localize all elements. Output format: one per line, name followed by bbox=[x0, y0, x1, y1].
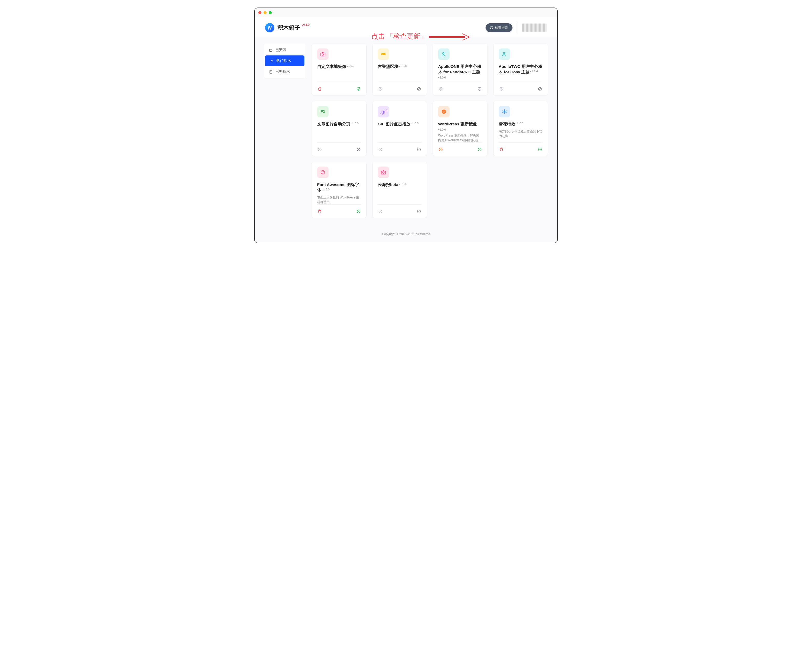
svg-text:2: 2 bbox=[505, 52, 506, 54]
card-status-right-icon[interactable] bbox=[356, 209, 361, 214]
card-status-right-icon[interactable] bbox=[356, 86, 361, 92]
plugin-card[interactable]: 自定义本地头像v1.0.2 bbox=[312, 44, 366, 95]
svg-text:1: 1 bbox=[445, 52, 446, 54]
sidebar: 已安装 热门积木 已购积木 bbox=[264, 44, 305, 78]
plugin-card[interactable]: 古登堡区块v1.0.8 bbox=[372, 44, 427, 95]
app-version: v0.5.0 bbox=[302, 23, 310, 26]
snowflake-icon bbox=[499, 106, 510, 117]
window-close-icon[interactable] bbox=[258, 11, 262, 14]
sidebar-item-label: 已安装 bbox=[276, 48, 286, 52]
svg-rect-31 bbox=[381, 171, 385, 174]
plugin-card[interactable]: 2 ApolloTWO 用户中心积木 for Cosy 主题v1.1.4 bbox=[493, 44, 548, 95]
svg-point-26 bbox=[538, 148, 541, 151]
card-status-left-icon[interactable] bbox=[499, 147, 504, 152]
card-footer bbox=[317, 204, 361, 214]
card-footer bbox=[438, 82, 482, 92]
card-status-right-icon[interactable] bbox=[416, 209, 422, 214]
header-divider bbox=[517, 22, 517, 33]
receipt-icon bbox=[269, 70, 273, 74]
card-title: 文章图片自动分页v1.0.0 bbox=[317, 121, 361, 127]
card-status-left-icon[interactable] bbox=[438, 147, 443, 152]
app-title: 积木箱子 bbox=[277, 24, 300, 32]
card-status-left-icon[interactable] bbox=[317, 147, 322, 152]
card-status-left-icon[interactable] bbox=[378, 209, 383, 214]
sidebar-item-label: 已购积木 bbox=[276, 69, 290, 74]
refresh-icon bbox=[490, 26, 493, 30]
card-title: 古登堡区块v1.0.8 bbox=[378, 64, 422, 69]
footer: Copyright © 2013–2021 nicetheme bbox=[255, 227, 557, 243]
svg-point-32 bbox=[382, 172, 384, 173]
svg-point-30 bbox=[357, 210, 360, 213]
plugin-card[interactable]: 1 ApolloONE 用户中心积木 for PandaPRO 主题 v2.0.… bbox=[433, 44, 488, 95]
app-window: N 积木箱子 v0.5.0 检查更新 点击 「检查更新」 bbox=[254, 8, 558, 243]
card-title: Font Awesome 图标字体v1.0.0 bbox=[317, 182, 361, 193]
card-status-left-icon[interactable] bbox=[378, 86, 383, 92]
sidebar-item-installed[interactable]: 已安装 bbox=[264, 45, 305, 55]
smile-icon bbox=[317, 167, 329, 178]
card-description: 南方的小伙伴也能云体验到下雪的赶脚 bbox=[499, 129, 543, 139]
svg-point-11 bbox=[443, 52, 444, 54]
svg-point-29 bbox=[323, 171, 324, 172]
card-status-right-icon[interactable] bbox=[538, 86, 542, 92]
user-1-icon: 1 bbox=[438, 48, 449, 60]
check-update-label: 检查更新 bbox=[495, 25, 508, 30]
app-header: N 积木箱子 v0.5.0 检查更新 点击 「检查更新」 bbox=[255, 17, 557, 37]
card-footer bbox=[378, 204, 422, 214]
window-titlebar bbox=[255, 8, 557, 17]
card-status-left-icon[interactable] bbox=[317, 86, 322, 92]
plugin-card[interactable]: Font Awesome 图标字体v1.0.0 市面上大多数的 WordPres… bbox=[312, 162, 366, 218]
svg-point-6 bbox=[357, 87, 360, 90]
card-status-right-icon[interactable] bbox=[477, 147, 482, 152]
card-footer bbox=[378, 82, 422, 92]
plugin-card[interactable]: 雪花特效v1.0.0 南方的小伙伴也能云体验到下雪的赶脚 bbox=[493, 101, 548, 156]
toggle-icon bbox=[378, 48, 389, 60]
app-body: 已安装 热门积木 已购积木 自定义本地头像v1.0.2 bbox=[255, 37, 557, 227]
window-minimize-icon[interactable] bbox=[263, 11, 267, 14]
card-footer bbox=[499, 82, 543, 92]
plugin-card[interactable]: WordPress 更新镜像 v1.0.0 WordPress 更新镜像，解决国… bbox=[433, 101, 488, 156]
user-2-icon: 2 bbox=[499, 48, 510, 60]
card-status-right-icon[interactable] bbox=[416, 86, 422, 92]
check-update-button[interactable]: 检查更新 bbox=[486, 23, 513, 32]
card-status-right-icon[interactable] bbox=[416, 147, 422, 152]
plugin-card[interactable]: 文章图片自动分页v1.0.0 bbox=[312, 101, 366, 156]
svg-point-24 bbox=[439, 148, 442, 151]
plugin-card[interactable]: 云海报betav1.0.4 bbox=[372, 162, 427, 218]
card-footer bbox=[499, 142, 543, 152]
card-footer bbox=[378, 142, 422, 152]
gif-icon: .gif bbox=[378, 106, 389, 117]
window-zoom-icon[interactable] bbox=[269, 11, 272, 14]
sort-icon bbox=[317, 106, 329, 117]
sidebar-item-hot[interactable]: 热门积木 bbox=[265, 55, 304, 66]
copyright: Copyright © 2013–2021 nicetheme bbox=[382, 232, 430, 236]
svg-rect-4 bbox=[321, 53, 325, 56]
card-title: ApolloONE 用户中心积木 for PandaPRO 主题 bbox=[438, 64, 482, 75]
svg-point-15 bbox=[503, 52, 505, 54]
card-sub-version: v2.0.0 bbox=[438, 76, 482, 79]
card-title: WordPress 更新镜像 bbox=[438, 121, 482, 127]
app-logo-icon: N bbox=[265, 23, 274, 33]
card-title: GIF 图片点击播放v1.0.0 bbox=[378, 121, 422, 127]
card-status-left-icon[interactable] bbox=[438, 86, 443, 92]
cards-grid: 自定义本地头像v1.0.2 古登堡区块v1.0.8 1 ApolloONE 用户… bbox=[312, 44, 548, 218]
camera-icon bbox=[317, 48, 329, 60]
plugin-card[interactable]: .gif GIF 图片点击播放v1.0.0 bbox=[372, 101, 427, 156]
card-status-left-icon[interactable] bbox=[499, 86, 504, 92]
compass-icon bbox=[438, 106, 449, 117]
card-footer bbox=[317, 82, 361, 92]
card-title: 自定义本地头像v1.0.2 bbox=[317, 64, 361, 69]
card-status-right-icon[interactable] bbox=[477, 86, 482, 92]
card-status-right-icon[interactable] bbox=[356, 147, 361, 152]
card-status-right-icon[interactable] bbox=[538, 147, 542, 152]
fire-icon bbox=[270, 59, 274, 63]
card-title: 云海报betav1.0.4 bbox=[378, 182, 422, 188]
user-account-blurred[interactable] bbox=[522, 23, 547, 32]
card-description: WordPress 更新镜像，解决国内更新WordPress困难的问题。 bbox=[438, 133, 482, 142]
card-status-left-icon[interactable] bbox=[317, 209, 322, 214]
sidebar-item-purchased[interactable]: 已购积木 bbox=[264, 66, 305, 77]
svg-point-8 bbox=[382, 54, 383, 54]
svg-rect-2 bbox=[270, 49, 272, 51]
svg-point-5 bbox=[322, 54, 324, 55]
card-status-left-icon[interactable] bbox=[378, 147, 383, 152]
sidebar-item-label: 热门积木 bbox=[276, 59, 291, 63]
